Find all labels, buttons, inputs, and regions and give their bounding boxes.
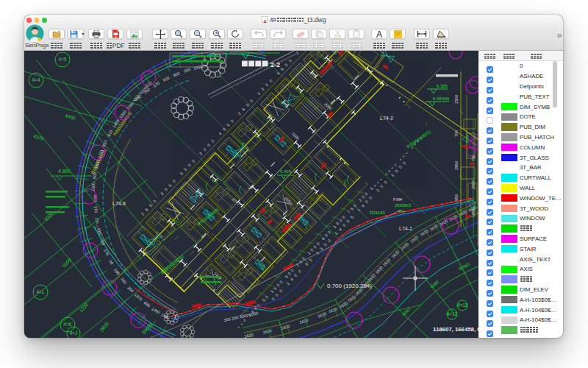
svg-text:4=12: 4=12 [447,311,458,316]
svg-text:4=11: 4=11 [457,302,468,308]
svg-text:118607, 166458, 0: 118607, 166458, 0 [433,326,478,333]
svg-text:6.400: 6.400 [280,169,292,174]
svg-text:4=4: 4=4 [32,77,40,82]
svg-text:L74-1: L74-1 [399,226,412,231]
svg-text:2-2: 2-2 [270,61,280,68]
svg-text:700: 700 [454,130,459,137]
svg-text:4=J: 4=J [70,330,78,336]
svg-text:170: 170 [93,206,98,213]
svg-text:500: 500 [92,172,97,180]
svg-text:4=K: 4=K [63,322,72,327]
svg-text:4=5: 4=5 [58,57,66,62]
svg-text:L74-9: L74-9 [112,201,126,206]
svg-text:L74-2: L74-2 [380,116,393,121]
svg-text:6.050(#): 6.050(#) [433,96,449,101]
svg-text:1950: 1950 [471,208,476,217]
svg-text:28038(3: 28038(3 [395,203,412,208]
svg-text:2300: 2300 [454,95,459,104]
svg-text:R31150: R31150 [370,210,385,215]
svg-text:4#): 4#) [398,209,404,213]
svg-text:2950: 2950 [454,161,459,170]
svg-text:4=L: 4=L [36,289,44,294]
svg-text:0.700 (1920.204): 0.700 (1920.204) [327,283,372,289]
svg-text:6.385: 6.385 [437,84,448,88]
svg-text:4.900: 4.900 [58,169,71,174]
svg-text:F.M#: F.M# [393,197,403,202]
svg-text:2080: 2080 [471,180,476,189]
svg-text:A: A [376,29,382,38]
